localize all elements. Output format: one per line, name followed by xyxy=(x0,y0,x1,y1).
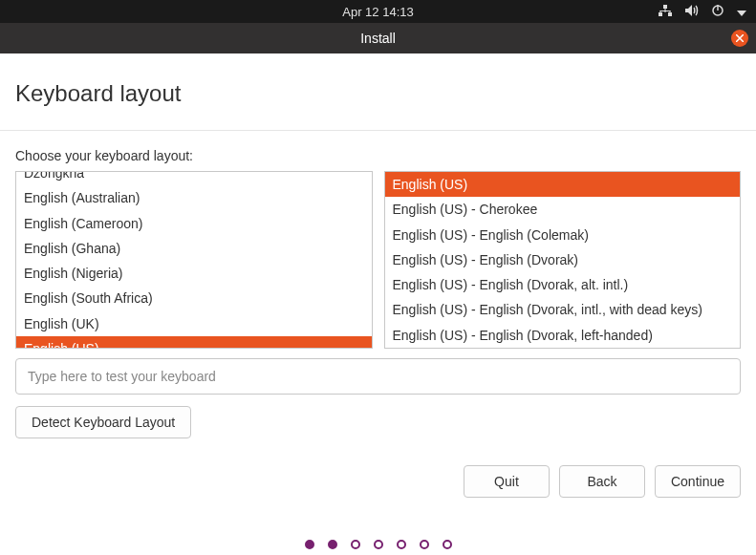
page-heading: Keyboard layout xyxy=(15,80,741,107)
progress-dots xyxy=(15,540,741,549)
main-content: Keyboard layout Choose your keyboard lay… xyxy=(0,80,756,549)
progress-dot xyxy=(443,540,452,549)
prompt-label: Choose your keyboard layout: xyxy=(15,148,741,163)
nav-buttons: Quit Back Continue xyxy=(15,465,741,498)
svg-rect-5 xyxy=(660,11,661,13)
variant-item[interactable]: English (US) - English (Dvorak, left-han… xyxy=(385,323,741,348)
layout-item[interactable]: English (South Africa) xyxy=(16,286,372,310)
variant-item[interactable]: English (US) - English (Dvorak) xyxy=(385,247,741,272)
svg-rect-6 xyxy=(670,11,671,13)
window-titlebar: Install xyxy=(0,23,756,53)
layout-listbox[interactable]: DzongkhaEnglish (Australian)English (Cam… xyxy=(15,171,373,349)
variant-item[interactable]: English (US) xyxy=(385,172,741,197)
progress-dot xyxy=(305,540,314,549)
detect-layout-button[interactable]: Detect Keyboard Layout xyxy=(15,406,191,438)
progress-dot xyxy=(374,540,383,549)
layout-item[interactable]: English (UK) xyxy=(16,311,372,336)
keyboard-test-input[interactable] xyxy=(15,358,741,395)
network-icon[interactable] xyxy=(659,5,672,19)
variant-item[interactable]: English (US) - English (Dvorak, alt. int… xyxy=(385,272,741,297)
layout-item[interactable]: English (Australian) xyxy=(16,185,372,210)
svg-rect-0 xyxy=(663,5,667,9)
quit-button[interactable]: Quit xyxy=(464,465,550,498)
top-menubar: Apr 12 14:13 xyxy=(0,0,756,23)
progress-dot xyxy=(328,540,337,549)
progress-dot xyxy=(397,540,406,549)
back-button[interactable]: Back xyxy=(559,465,645,498)
variant-item[interactable]: English (US) - English (Dvorak, intl., w… xyxy=(385,297,741,322)
svg-rect-4 xyxy=(660,11,671,11)
progress-dot xyxy=(351,540,360,549)
close-button[interactable] xyxy=(731,30,748,47)
variant-listbox[interactable]: English (US)English (US) - CherokeeEngli… xyxy=(384,171,742,349)
window-title: Install xyxy=(360,31,396,46)
volume-icon[interactable] xyxy=(685,5,699,19)
layout-item[interactable]: English (Cameroon) xyxy=(16,211,372,236)
layout-lists: DzongkhaEnglish (Australian)English (Cam… xyxy=(15,171,741,349)
datetime-label: Apr 12 14:13 xyxy=(342,5,413,19)
variant-item[interactable]: English (US) - English (Dvorak, right-ha… xyxy=(385,348,741,349)
svg-rect-8 xyxy=(717,5,718,11)
layout-item[interactable]: Dzongkha xyxy=(16,171,372,185)
divider xyxy=(0,130,756,131)
layout-item[interactable]: English (US) xyxy=(16,336,372,349)
system-tray xyxy=(659,5,746,19)
layout-item[interactable]: English (Nigeria) xyxy=(16,261,372,286)
dropdown-icon[interactable] xyxy=(737,5,746,19)
variant-item[interactable]: English (US) - English (Colemak) xyxy=(385,223,741,247)
power-icon[interactable] xyxy=(712,5,724,19)
progress-dot xyxy=(420,540,429,549)
layout-item[interactable]: English (Ghana) xyxy=(16,236,372,261)
variant-item[interactable]: English (US) - Cherokee xyxy=(385,197,741,222)
continue-button[interactable]: Continue xyxy=(655,465,741,498)
